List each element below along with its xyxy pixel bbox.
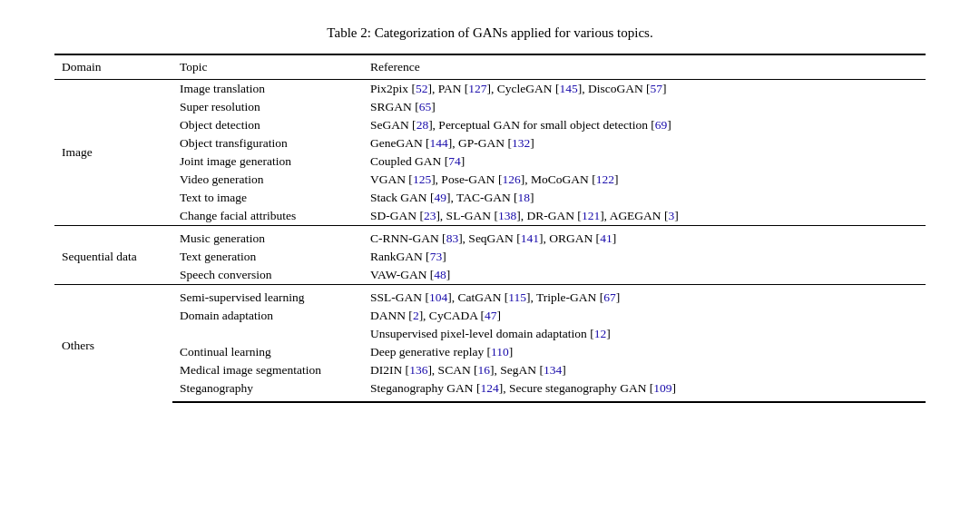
topic-cell: Image translation: [172, 80, 363, 99]
topic-cell: Semi-supervised learning: [172, 285, 363, 308]
reference-cell: C-RNN-GAN [83], SeqGAN [141], ORGAN [41]: [363, 226, 926, 249]
reference-link: 47: [485, 309, 497, 322]
table-row: Unsupervised pixel-level domain adaptati…: [54, 325, 926, 343]
reference-link: 67: [603, 290, 616, 304]
table-row: Change facial attributesSD-GAN [23], SL-…: [54, 207, 926, 226]
topic-cell: Text to image: [172, 189, 363, 207]
table-row: Sequential dataMusic generationC-RNN-GAN…: [54, 226, 926, 249]
table-row: Text generationRankGAN [73]: [54, 248, 926, 266]
topic-cell: Text generation: [172, 248, 363, 266]
reference-link: 16: [478, 363, 491, 377]
reference-link: 145: [559, 82, 577, 95]
reference-link: 134: [544, 363, 562, 377]
reference-link: 144: [430, 136, 448, 150]
topic-cell: Continual learning: [172, 343, 363, 361]
topic-cell: Joint image generation: [172, 152, 363, 171]
reference-link: 18: [518, 191, 531, 204]
reference-link: 41: [600, 231, 612, 245]
reference-link: 69: [655, 118, 668, 132]
reference-link: 121: [582, 209, 600, 222]
reference-link: 73: [430, 250, 443, 263]
reference-cell: Unsupervised pixel-level domain adaptati…: [363, 325, 926, 343]
table-row: Joint image generationCoupled GAN [74]: [54, 152, 926, 171]
reference-link: 52: [416, 82, 428, 95]
header-domain: Domain: [54, 54, 172, 80]
topic-cell: Music generation: [172, 226, 363, 249]
reference-link: 136: [409, 363, 427, 377]
reference-cell: Pix2pix [52], PAN [127], CycleGAN [145],…: [363, 80, 926, 99]
reference-cell: SeGAN [28], Perceptual GAN for small obj…: [363, 116, 926, 134]
reference-cell: VAW-GAN [48]: [363, 266, 926, 285]
topic-cell: Object detection: [172, 116, 363, 134]
table-row: Video generationVGAN [125], Pose-GAN [12…: [54, 171, 926, 189]
reference-link: 3: [669, 209, 675, 222]
reference-link: 23: [424, 209, 436, 222]
reference-link: 127: [468, 82, 486, 95]
reference-link: 104: [429, 290, 447, 304]
table-row: Super resolutionSRGAN [65]: [54, 98, 926, 116]
reference-cell: DANN [2], CyCADA [47]: [363, 307, 926, 325]
reference-link: 12: [594, 327, 607, 340]
reference-link: 74: [448, 154, 461, 168]
topic-cell: Change facial attributes: [172, 207, 363, 226]
reference-link: 124: [480, 381, 498, 395]
topic-cell: Super resolution: [172, 98, 363, 116]
domain-cell: Sequential data: [54, 226, 172, 285]
reference-link: 115: [508, 290, 526, 304]
reference-cell: SRGAN [65]: [363, 98, 926, 116]
reference-cell: Steganography GAN [124], Secure steganog…: [363, 379, 926, 402]
reference-link: 110: [491, 345, 509, 359]
table-row: Text to imageStack GAN [49], TAC-GAN [18…: [54, 189, 926, 207]
topic-cell: Medical image segmentation: [172, 361, 363, 379]
table-row: OthersSemi-supervised learningSSL-GAN [1…: [54, 285, 926, 308]
reference-link: 132: [512, 136, 530, 150]
reference-link: 141: [521, 231, 539, 245]
reference-link: 28: [416, 118, 429, 132]
reference-link: 49: [435, 191, 447, 204]
reference-link: 48: [434, 268, 446, 281]
header-reference: Reference: [363, 54, 926, 80]
topic-cell: Steganography: [172, 379, 363, 402]
table-row: Object detectionSeGAN [28], Perceptual G…: [54, 116, 926, 134]
reference-link: 83: [446, 231, 459, 245]
reference-link: 2: [413, 309, 419, 322]
page-container: Table 2: Categorization of GANs applied …: [54, 18, 926, 403]
reference-link: 122: [596, 172, 614, 186]
topic-cell: Object transfiguration: [172, 134, 363, 152]
reference-cell: SSL-GAN [104], CatGAN [115], Triple-GAN …: [363, 285, 926, 308]
topic-cell: Domain adaptation: [172, 307, 363, 325]
reference-cell: Stack GAN [49], TAC-GAN [18]: [363, 189, 926, 207]
domain-cell: Image: [54, 80, 172, 226]
table-row: Medical image segmentationDI2IN [136], S…: [54, 361, 926, 379]
table-title: Table 2: Categorization of GANs applied …: [54, 25, 926, 41]
topic-cell: Video generation: [172, 171, 363, 189]
reference-link: 65: [419, 100, 432, 113]
reference-cell: VGAN [125], Pose-GAN [126], MoCoGAN [122…: [363, 171, 926, 189]
main-table: Domain Topic Reference ImageImage transl…: [54, 54, 926, 403]
domain-cell: Others: [54, 285, 172, 403]
reference-link: 109: [653, 381, 671, 395]
reference-link: 57: [651, 82, 663, 95]
reference-cell: Deep generative replay [110]: [363, 343, 926, 361]
table-row: ImageImage translationPix2pix [52], PAN …: [54, 80, 926, 99]
table-row: Object transfigurationGeneGAN [144], GP-…: [54, 134, 926, 152]
reference-cell: GeneGAN [144], GP-GAN [132]: [363, 134, 926, 152]
topic-cell: [172, 325, 363, 343]
reference-link: 126: [503, 172, 521, 186]
reference-cell: SD-GAN [23], SL-GAN [138], DR-GAN [121],…: [363, 207, 926, 226]
reference-link: 125: [413, 172, 431, 186]
table-row: Speech conversionVAW-GAN [48]: [54, 266, 926, 285]
topic-cell: Speech conversion: [172, 266, 363, 285]
reference-cell: Coupled GAN [74]: [363, 152, 926, 171]
reference-cell: RankGAN [73]: [363, 248, 926, 266]
table-row: Continual learningDeep generative replay…: [54, 343, 926, 361]
table-header-row: Domain Topic Reference: [54, 54, 926, 80]
reference-cell: DI2IN [136], SCAN [16], SegAN [134]: [363, 361, 926, 379]
reference-link: 138: [498, 209, 516, 222]
table-row: Domain adaptationDANN [2], CyCADA [47]: [54, 307, 926, 325]
table-row: SteganographySteganography GAN [124], Se…: [54, 379, 926, 402]
header-topic: Topic: [172, 54, 363, 80]
